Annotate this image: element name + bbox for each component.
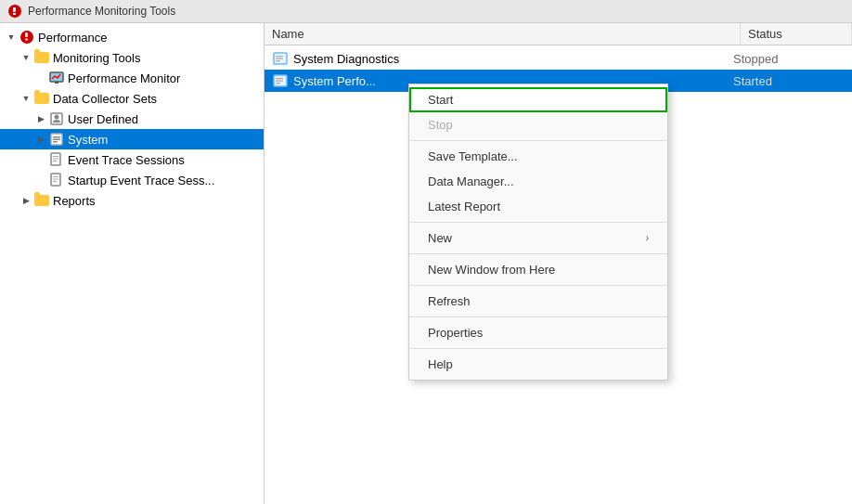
svg-rect-13 bbox=[53, 141, 58, 143]
svg-rect-21 bbox=[53, 181, 57, 182]
svg-rect-12 bbox=[53, 139, 60, 141]
row-status-diagnostics: Stopped bbox=[733, 52, 845, 66]
perf-monitor-icon bbox=[48, 70, 65, 86]
tree-item-reports[interactable]: Reports bbox=[0, 190, 264, 211]
menu-label-refresh: Refresh bbox=[428, 294, 471, 308]
title-bar-icon bbox=[7, 4, 22, 19]
menu-item-stop: Stop bbox=[409, 112, 667, 137]
menu-sep-1 bbox=[409, 140, 667, 141]
right-panel: Name Status System bbox=[265, 23, 852, 504]
svg-rect-19 bbox=[53, 176, 58, 177]
svg-rect-17 bbox=[53, 161, 57, 162]
tree-item-user-defined[interactable]: User Defined bbox=[0, 109, 264, 129]
tree-item-dcs[interactable]: Data Collector Sets bbox=[0, 88, 264, 109]
row-icon-diagnostics bbox=[272, 50, 289, 67]
menu-label-new-window: New Window from Here bbox=[428, 263, 555, 277]
expand-monitoring-tools[interactable] bbox=[19, 50, 33, 65]
user-defined-icon bbox=[48, 110, 65, 127]
tree-item-perf-monitor[interactable]: Performance Monitor bbox=[0, 68, 264, 88]
svg-rect-24 bbox=[276, 56, 283, 57]
menu-label-stop: Stop bbox=[428, 118, 453, 132]
svg-rect-1 bbox=[13, 7, 16, 12]
menu-arrow-new: › bbox=[646, 233, 649, 243]
row-status-performance: Started bbox=[733, 74, 845, 88]
menu-item-properties[interactable]: Properties bbox=[409, 320, 667, 345]
tree-item-event-trace[interactable]: Event Trace Sessions bbox=[0, 149, 264, 170]
menu-sep-3 bbox=[409, 253, 667, 254]
menu-label-properties: Properties bbox=[428, 326, 483, 340]
svg-rect-4 bbox=[25, 32, 28, 37]
tree-label-startup-event: Startup Event Trace Sess... bbox=[68, 174, 260, 187]
tree-label-dcs: Data Collector Sets bbox=[53, 92, 260, 106]
menu-label-latest-report: Latest Report bbox=[428, 200, 500, 213]
title-bar-label: Performance Monitoring Tools bbox=[28, 5, 175, 18]
menu-label-data-manager: Data Manager... bbox=[428, 174, 514, 188]
menu-item-start[interactable]: Start bbox=[409, 87, 667, 112]
tree-item-monitoring-tools[interactable]: Monitoring Tools bbox=[0, 47, 264, 68]
tree-item-system[interactable]: System bbox=[0, 129, 264, 149]
menu-sep-5 bbox=[409, 317, 667, 317]
monitoring-tools-icon bbox=[33, 49, 50, 66]
menu-label-start: Start bbox=[428, 93, 453, 107]
expand-dcs[interactable] bbox=[19, 91, 33, 106]
col-header-status[interactable]: Status bbox=[741, 23, 852, 45]
reports-icon bbox=[33, 192, 50, 209]
expand-reports[interactable] bbox=[19, 193, 33, 208]
svg-rect-2 bbox=[13, 13, 16, 15]
list-header: Name Status bbox=[265, 23, 852, 45]
svg-rect-25 bbox=[276, 58, 283, 59]
row-name-diagnostics: System Diagnostics bbox=[293, 52, 733, 66]
expand-system[interactable] bbox=[33, 132, 48, 147]
tree-label-reports: Reports bbox=[53, 194, 260, 208]
svg-rect-20 bbox=[53, 179, 58, 180]
svg-rect-15 bbox=[53, 156, 58, 157]
svg-rect-5 bbox=[25, 39, 28, 41]
event-trace-icon bbox=[48, 151, 65, 168]
tree-item-performance[interactable]: Performance bbox=[0, 27, 264, 47]
tree-label-event-trace: Event Trace Sessions bbox=[68, 153, 260, 167]
svg-rect-7 bbox=[55, 82, 58, 84]
menu-item-data-manager[interactable]: Data Manager... bbox=[409, 169, 667, 194]
menu-label-new: New bbox=[428, 231, 452, 245]
tree-panel[interactable]: Performance Monitoring Tools bbox=[0, 23, 265, 504]
svg-point-9 bbox=[55, 115, 59, 120]
list-row-system-diagnostics[interactable]: System Diagnostics Stopped bbox=[265, 47, 852, 70]
svg-rect-30 bbox=[276, 81, 283, 82]
startup-event-icon bbox=[48, 172, 65, 188]
svg-rect-26 bbox=[276, 60, 280, 61]
dcs-icon bbox=[33, 90, 50, 107]
tree-label-perf-monitor: Performance Monitor bbox=[68, 71, 260, 85]
row-icon-performance bbox=[272, 72, 289, 89]
menu-item-help[interactable]: Help bbox=[409, 352, 667, 377]
menu-sep-4 bbox=[409, 285, 667, 286]
main-content: Performance Monitoring Tools bbox=[0, 23, 852, 504]
tree-label-monitoring-tools: Monitoring Tools bbox=[53, 51, 260, 65]
svg-rect-29 bbox=[276, 78, 283, 79]
title-bar: Performance Monitoring Tools bbox=[0, 0, 852, 23]
system-icon bbox=[48, 131, 65, 148]
main-window: Performance Monitoring Tools Performance bbox=[0, 0, 852, 504]
tree-item-startup-event[interactable]: Startup Event Trace Sess... bbox=[0, 170, 264, 190]
menu-sep-6 bbox=[409, 348, 667, 349]
menu-item-latest-report[interactable]: Latest Report bbox=[409, 194, 667, 219]
tree-label-performance: Performance bbox=[38, 31, 260, 45]
svg-rect-31 bbox=[276, 83, 280, 84]
context-menu: Start Stop Save Template... Data Manager… bbox=[408, 84, 668, 381]
menu-label-help: Help bbox=[428, 357, 453, 371]
menu-item-save-template[interactable]: Save Template... bbox=[409, 144, 667, 169]
tree-label-system: System bbox=[68, 133, 260, 147]
expand-performance[interactable] bbox=[4, 30, 19, 45]
menu-item-refresh[interactable]: Refresh bbox=[409, 289, 667, 314]
menu-label-save-template: Save Template... bbox=[428, 149, 518, 163]
svg-rect-16 bbox=[53, 159, 58, 160]
menu-item-new[interactable]: New › bbox=[409, 226, 667, 251]
col-header-name[interactable]: Name bbox=[265, 23, 741, 45]
menu-item-new-window[interactable]: New Window from Here bbox=[409, 257, 667, 282]
expand-user-defined[interactable] bbox=[33, 111, 48, 126]
perf-icon bbox=[19, 29, 35, 45]
svg-rect-11 bbox=[53, 136, 60, 138]
menu-sep-2 bbox=[409, 222, 667, 223]
tree-label-user-defined: User Defined bbox=[68, 112, 260, 126]
